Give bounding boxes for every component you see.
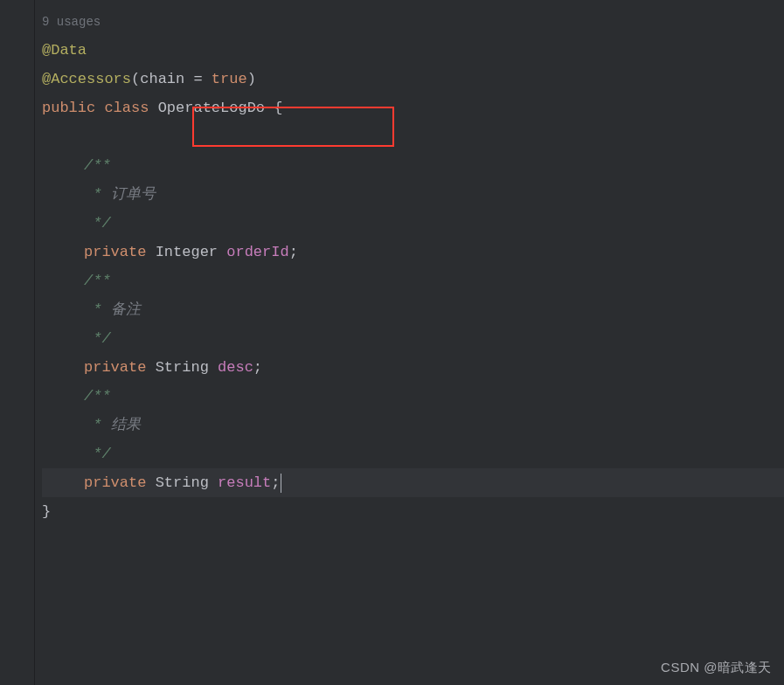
code-line-annotation-data[interactable]: @Data <box>42 36 784 65</box>
field-orderid: orderId <box>226 244 288 260</box>
paren-close: ) <box>247 71 256 87</box>
field-line-orderid[interactable]: private Integer orderId; <box>42 238 784 266</box>
semicolon: ; <box>271 474 280 491</box>
gutter <box>0 0 35 685</box>
javadoc-close: */ <box>84 330 111 347</box>
field-line-result[interactable]: private String result; <box>42 468 784 497</box>
equals-sign: = <box>184 71 212 87</box>
annotation-accessors: @Accessors <box>42 71 131 87</box>
keyword-private: private <box>84 474 146 491</box>
comment-open-1[interactable]: /** <box>42 151 784 180</box>
javadoc-text-orderid: 订单号 <box>111 186 156 203</box>
javadoc-open: /** <box>84 157 111 174</box>
code-line-annotation-accessors[interactable]: @Accessors(chain = true) <box>42 65 784 93</box>
param-chain: chain <box>140 71 184 87</box>
keyword-private: private <box>84 244 146 260</box>
comment-open-3[interactable]: /** <box>42 382 784 411</box>
javadoc-star: * <box>84 186 101 203</box>
javadoc-open: /** <box>84 273 111 289</box>
javadoc-text-result: 结果 <box>111 417 141 433</box>
javadoc-open: /** <box>84 388 111 405</box>
code-area[interactable]: 9 usages @Data @Accessors(chain = true) … <box>35 0 784 685</box>
text-cursor <box>281 474 281 493</box>
field-desc: desc <box>218 359 253 376</box>
comment-body-1[interactable]: * 订单号 <box>42 180 784 209</box>
editor-container: 9 usages @Data @Accessors(chain = true) … <box>0 0 784 685</box>
class-name: OperateLogDo <box>158 100 265 116</box>
semicolon: ; <box>253 359 262 376</box>
javadoc-star: * <box>84 417 101 433</box>
comment-body-2[interactable]: * 备注 <box>42 295 784 324</box>
blank-line[interactable] <box>42 122 784 151</box>
type-string: String <box>156 359 209 376</box>
comment-close-3[interactable]: */ <box>42 439 784 468</box>
comment-body-3[interactable]: * 结果 <box>42 411 784 439</box>
usages-count: 9 usages <box>42 15 101 29</box>
brace-close: } <box>42 503 51 520</box>
keyword-public: public <box>42 100 95 116</box>
javadoc-close: */ <box>84 215 111 232</box>
comment-close-2[interactable]: */ <box>42 324 784 353</box>
code-line-class-decl[interactable]: public class OperateLogDo { <box>42 93 784 122</box>
paren-open: ( <box>131 71 140 87</box>
keyword-private: private <box>84 359 146 376</box>
semicolon: ; <box>289 244 298 260</box>
inlay-hint-usages[interactable]: 9 usages <box>42 7 784 36</box>
type-integer: Integer <box>156 244 218 260</box>
annotation-data: @Data <box>42 42 87 59</box>
type-string: String <box>156 474 209 491</box>
comment-close-1[interactable]: */ <box>42 209 784 238</box>
field-result: result <box>218 474 271 491</box>
comment-open-2[interactable]: /** <box>42 266 784 295</box>
brace-open: { <box>274 100 282 116</box>
keyword-class: class <box>104 100 149 116</box>
javadoc-star: * <box>84 301 101 318</box>
code-line-brace-close[interactable]: } <box>42 497 784 526</box>
javadoc-close: */ <box>84 446 111 462</box>
watermark: CSDN @暗武逢天 <box>661 660 772 676</box>
true-literal: true <box>212 71 247 87</box>
field-line-desc[interactable]: private String desc; <box>42 353 784 382</box>
javadoc-text-desc: 备注 <box>111 301 141 318</box>
